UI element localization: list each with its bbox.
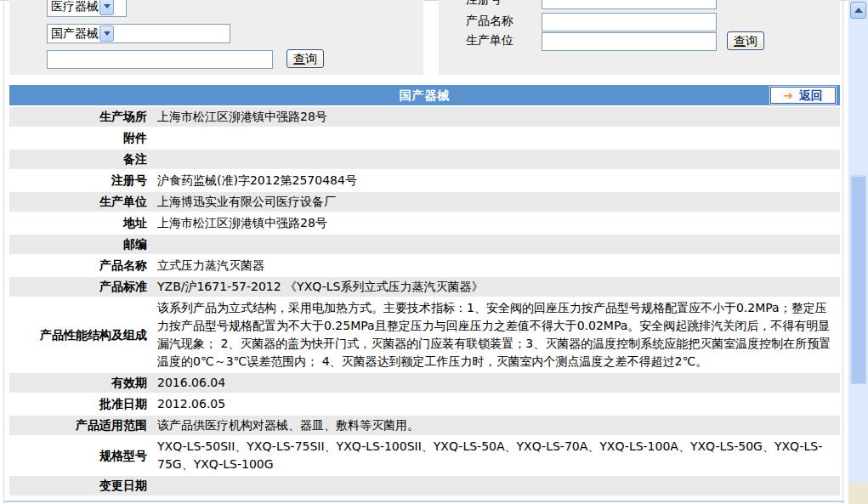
left-query-button[interactable]: 查询	[286, 49, 324, 68]
left-query-button-label: 查询	[293, 53, 317, 65]
row-value: YZB/沪1671-57-2012 《YXQ-LS系列立式压力蒸汽灭菌器》	[152, 277, 840, 297]
table-row: 产品适用范围 该产品供医疗机构对器械、器皿、敷料等灭菌用。	[9, 416, 840, 435]
row-value: 上海市松江区泖港镇中强路28号	[152, 107, 840, 127]
table-row: 产品名称 立式压力蒸汽灭菌器	[9, 256, 840, 275]
row-label: 邮编	[9, 235, 152, 254]
table-row: 邮编	[9, 235, 840, 254]
table-row: 附件	[9, 128, 840, 148]
row-value: 2016.06.04	[152, 373, 840, 393]
table-row: 地址 上海市松江区泖港镇中强路28号	[9, 213, 840, 233]
table-row: 生产单位 上海博迅实业有限公司医疗设备厂	[9, 192, 840, 212]
chevron-down-icon[interactable]	[99, 0, 114, 15]
row-value	[152, 235, 840, 254]
back-arrow-icon: ➔	[783, 89, 793, 101]
scroll-up-arrow-icon[interactable]	[850, 2, 866, 19]
table-row: 备注	[9, 150, 840, 169]
row-label: 地址	[9, 213, 152, 233]
type-select[interactable]: 国产器械	[47, 24, 230, 43]
row-label: 生产场所	[9, 107, 152, 127]
row-label: 附件	[9, 128, 152, 148]
row-label: 有效期	[9, 373, 152, 393]
table-row: 规格型号 YXQ-LS-50SII、YXQ-LS-75SII、YXQ-LS-10…	[9, 437, 840, 474]
row-value	[152, 476, 840, 496]
type-select-value: 国产器械	[51, 26, 99, 42]
table-row: 批准日期 2012.06.05	[9, 394, 840, 414]
row-label: 产品标准	[9, 277, 152, 297]
register-no-label: 注册号	[466, 0, 502, 8]
chevron-down-icon[interactable]	[99, 25, 114, 42]
detail-header-bar: 国产器械 ➔ 返回	[9, 85, 840, 105]
page-title: 国产器械	[9, 85, 840, 105]
table-row: 产品性能结构及组成 该系列产品为立式结构，采用电加热方式。主要技术指标：1、安全…	[9, 298, 840, 371]
left-edge-line	[3, 0, 4, 504]
table-row: 注册号 沪食药监械(准)字2012第2570484号	[9, 171, 840, 190]
table-row: 产品标准 YZB/沪1671-57-2012 《YXQ-LS系列立式压力蒸汽灭菌…	[9, 277, 840, 297]
right-query-button-label: 查询	[734, 35, 757, 47]
category-select-value: 医疗器械	[51, 0, 99, 14]
row-value: 2012.06.05	[152, 394, 840, 414]
row-value: 上海博迅实业有限公司医疗设备厂	[152, 192, 840, 212]
page: 医疗器械 国产器械 查询 注册号 产品名称 生产单位 查询 国产器械 ➔ 返回	[0, 0, 868, 504]
row-value: 沪食药监械(准)字2012第2570484号	[152, 171, 840, 190]
row-value	[152, 150, 840, 169]
row-label: 规格型号	[9, 437, 152, 474]
row-label: 变更日期	[9, 476, 152, 496]
detail-table: 生产场所 上海市松江区泖港镇中强路28号 附件 备注 注册号 沪食药监械(准)字…	[9, 107, 840, 497]
manufacturer-input[interactable]	[542, 32, 717, 51]
table-row: 变更日期	[9, 476, 840, 496]
row-value: YXQ-LS-50SII、YXQ-LS-75SII、YXQ-LS-100SII、…	[152, 437, 840, 474]
back-button[interactable]: ➔ 返回	[770, 87, 836, 104]
left-search-panel: 医疗器械 国产器械 查询	[9, 0, 423, 75]
row-label: 产品性能结构及组成	[9, 298, 152, 371]
right-query-button[interactable]: 查询	[727, 31, 764, 50]
row-value	[152, 128, 840, 148]
row-value: 该系列产品为立式结构，采用电加热方式。主要技术指标：1、安全阀的回座压力按产品型…	[152, 298, 840, 371]
content-scrollbar-divider	[842, 0, 843, 504]
row-label: 生产单位	[9, 192, 152, 212]
row-label: 产品适用范围	[9, 416, 152, 435]
row-value: 上海市松江区泖港镇中强路28号	[152, 213, 840, 233]
row-label: 批准日期	[9, 394, 152, 414]
category-select[interactable]: 医疗器械	[47, 0, 127, 17]
scrollbar-thumb[interactable]	[850, 175, 866, 384]
vertical-scrollbar[interactable]	[848, 0, 868, 504]
row-label: 注册号	[9, 171, 152, 190]
right-search-panel: 注册号 产品名称 生产单位 查询	[439, 0, 840, 75]
product-name-input[interactable]	[542, 13, 717, 31]
manufacturer-label: 生产单位	[466, 33, 513, 48]
bottom-edge-line	[4, 501, 844, 502]
product-name-label: 产品名称	[466, 14, 513, 29]
row-label: 产品名称	[9, 256, 152, 275]
register-no-input[interactable]	[542, 0, 717, 9]
table-row: 生产场所 上海市松江区泖港镇中强路28号	[9, 107, 840, 127]
row-value: 该产品供医疗机构对器械、器皿、敷料等灭菌用。	[152, 416, 840, 435]
table-row: 有效期 2016.06.04	[9, 373, 840, 393]
back-button-label: 返回	[799, 89, 823, 101]
row-label: 备注	[9, 150, 152, 169]
keyword-input[interactable]	[47, 50, 273, 69]
scrollbar-corner	[848, 483, 868, 504]
row-value: 立式压力蒸汽灭菌器	[152, 256, 840, 275]
